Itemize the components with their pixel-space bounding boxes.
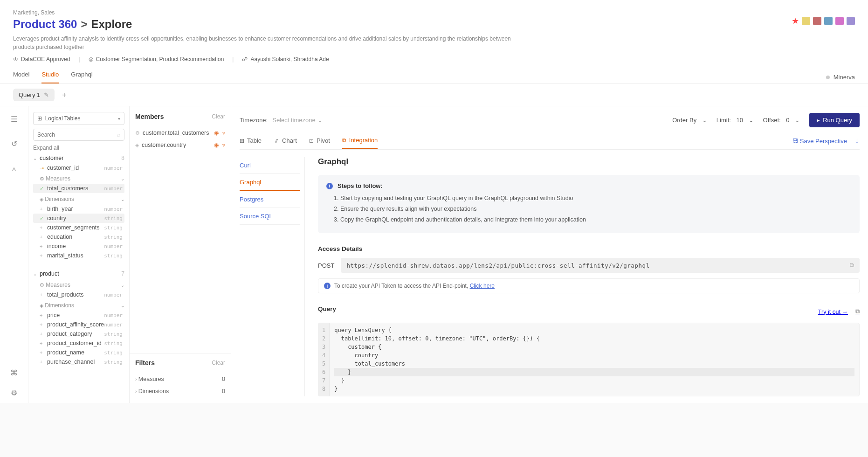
field-birth-year[interactable]: +birth_yearnumber xyxy=(33,204,124,214)
members-clear-link[interactable]: Clear xyxy=(212,113,225,120)
keyboard-icon[interactable]: ⌘ xyxy=(10,368,18,377)
steps-info-box: iSteps to follow: Start by copying and t… xyxy=(318,175,860,233)
dimension-icon: ◈ xyxy=(135,142,139,148)
member-total-customers[interactable]: ⚙customer.total_customers ◉▿ xyxy=(135,127,225,139)
info-icon: i xyxy=(326,183,333,189)
tab-model[interactable]: Model xyxy=(13,71,29,83)
field-customer-id[interactable]: ⊸customer_idnumber xyxy=(33,163,124,173)
page-description: Leverages product affinity analysis to i… xyxy=(13,35,526,51)
http-method: POST xyxy=(318,262,334,269)
view-tab-table[interactable]: ⊞Table xyxy=(240,133,262,149)
token-hint: i To create your API Token to access the… xyxy=(318,278,860,293)
meta-people: ☍Aayushi Solanki, Shraddha Ade xyxy=(242,56,329,62)
panel-toggle-icon[interactable]: ☰ xyxy=(11,115,17,124)
copy-query-icon[interactable]: ⧉ xyxy=(855,308,860,315)
settings-icon[interactable]: ⚙ xyxy=(11,388,17,397)
pivot-icon: ⊡ xyxy=(309,138,314,144)
field-product-name[interactable]: +product_namestring xyxy=(33,348,124,357)
integ-nav-graphql[interactable]: Graphql xyxy=(240,174,300,191)
status-dot-icon xyxy=(826,76,830,79)
order-by-select[interactable]: Order By ⌄ xyxy=(672,117,707,124)
field-product-affinity-score[interactable]: +product_affinity_scorenumber xyxy=(33,320,124,329)
field-country[interactable]: ✓countrystring xyxy=(33,214,124,223)
field-product-customer-id[interactable]: +product_customer_idstring xyxy=(33,339,124,348)
field-total-products[interactable]: +total_productsnumber xyxy=(33,290,124,299)
search-input[interactable]: ⌕ xyxy=(33,129,124,141)
expand-all-link[interactable]: Expand all xyxy=(33,145,124,151)
member-country[interactable]: ◈customer.country ◉▿ xyxy=(135,139,225,151)
integ-nav-postgres[interactable]: Postgres xyxy=(240,191,300,208)
filters-dimensions-row[interactable]: › Dimensions0 xyxy=(135,385,225,397)
measure-icon: ⚙ xyxy=(135,130,140,136)
field-marital-status[interactable]: +marital_statusstring xyxy=(33,251,124,260)
table-icon: ⊞ xyxy=(37,115,42,122)
history-icon[interactable]: ↺ xyxy=(11,139,17,148)
field-income[interactable]: +incomenumber xyxy=(33,242,124,251)
avatar-2[interactable] xyxy=(813,17,821,25)
cluster-status: Minerva xyxy=(826,74,855,81)
table-customer[interactable]: ⌄customer 8 xyxy=(33,153,124,163)
tab-graphql[interactable]: Graphql xyxy=(71,71,92,83)
filter-icon[interactable]: ▿ xyxy=(222,142,225,148)
filters-clear-link[interactable]: Clear xyxy=(212,360,225,366)
click-here-link[interactable]: Click here xyxy=(470,283,495,289)
chevron-down-icon: ⌄ xyxy=(317,117,323,124)
tag-icon: ◎ xyxy=(89,56,93,62)
download-icon[interactable]: ⤓ xyxy=(854,138,860,145)
product-measures-header[interactable]: ⚙ Measures⌄ xyxy=(33,279,124,290)
breadcrumb-categories: Marketing, Sales xyxy=(13,9,855,16)
avatar-5[interactable] xyxy=(847,17,855,25)
field-purchase-channel[interactable]: +purchase_channelstring xyxy=(33,357,124,367)
integ-nav-curl[interactable]: Curl xyxy=(240,157,300,174)
filters-measures-row[interactable]: › Measures0 xyxy=(135,373,225,385)
favorite-icon[interactable]: ★ xyxy=(792,16,799,26)
timezone-select[interactable]: Select timezone⌄ xyxy=(272,117,323,124)
field-customer-segments[interactable]: +customer_segmentsstring xyxy=(33,223,124,232)
chart-icon: ⫽ xyxy=(274,138,279,144)
link-icon: ⧉ xyxy=(342,137,346,144)
view-tab-chart[interactable]: ⫽Chart xyxy=(274,133,297,149)
search-icon: ⌕ xyxy=(117,132,120,138)
query-code-block[interactable]: 1 2 3 4 5 6 7 8 query LensQuery { table(… xyxy=(318,323,860,396)
add-query-button[interactable]: + xyxy=(59,91,69,99)
save-perspective-link[interactable]: 🖫Save Perspective xyxy=(792,138,847,145)
tab-studio[interactable]: Studio xyxy=(41,71,59,83)
edit-icon[interactable]: ✎ xyxy=(44,91,49,98)
avatar-4[interactable] xyxy=(835,17,844,25)
endpoint-url[interactable]: https://splendid-shrew.dataos.app/lens2/… xyxy=(341,258,860,273)
field-product-category[interactable]: +product_categorystring xyxy=(33,329,124,339)
meta-approved: ♔DataCOE Approved xyxy=(13,56,70,62)
step-1: Start by copying and testing your GraphQ… xyxy=(340,194,851,203)
title-product[interactable]: Product 360 xyxy=(13,18,77,31)
query-tab-1[interactable]: Query 1 ✎ xyxy=(13,89,55,101)
info-icon: i xyxy=(324,283,331,289)
measures-header[interactable]: ⚙ Measures⌄ xyxy=(33,173,124,184)
eye-icon[interactable]: ◉ xyxy=(214,130,219,136)
integ-nav-sourcesql[interactable]: Source SQL xyxy=(240,208,300,225)
logical-tables-select[interactable]: ⊞ Logical Tables ▾ xyxy=(33,112,124,125)
timezone-label: Timezone: xyxy=(240,117,268,124)
copy-icon[interactable]: ⧉ xyxy=(850,262,854,269)
line-gutter: 1 2 3 4 5 6 7 8 xyxy=(318,323,330,396)
field-price[interactable]: +pricenumber xyxy=(33,311,124,320)
view-tab-integration[interactable]: ⧉Integration xyxy=(342,133,378,149)
filter-icon[interactable]: ▿ xyxy=(222,130,225,136)
view-tab-pivot[interactable]: ⊡Pivot xyxy=(309,133,330,149)
chevron-down-icon: ⌄ xyxy=(702,117,707,124)
dimensions-header[interactable]: ◈ Dimensions⌄ xyxy=(33,193,124,204)
avatar-1[interactable] xyxy=(802,17,810,25)
offset-select[interactable]: Offset: 0 ⌄ xyxy=(763,117,800,124)
product-dimensions-header[interactable]: ◈ Dimensions⌄ xyxy=(33,299,124,311)
query-title: Query xyxy=(318,305,336,312)
eye-icon[interactable]: ◉ xyxy=(214,142,219,148)
gear-icon: ⚙ xyxy=(40,176,44,181)
field-education[interactable]: +educationstring xyxy=(33,232,124,242)
run-query-button[interactable]: ▸Run Query xyxy=(809,113,860,127)
schema-icon[interactable]: ▵ xyxy=(12,164,16,173)
limit-select[interactable]: Limit: 10 ⌄ xyxy=(716,117,754,124)
field-total-customers[interactable]: ✓total_customersnumber xyxy=(33,184,124,193)
step-3: Copy the GraphQL endpoint and authentica… xyxy=(340,215,851,224)
try-it-out-link[interactable]: Try it out → xyxy=(818,309,848,315)
table-product[interactable]: ⌄product 7 xyxy=(33,269,124,279)
avatar-3[interactable] xyxy=(824,17,833,25)
